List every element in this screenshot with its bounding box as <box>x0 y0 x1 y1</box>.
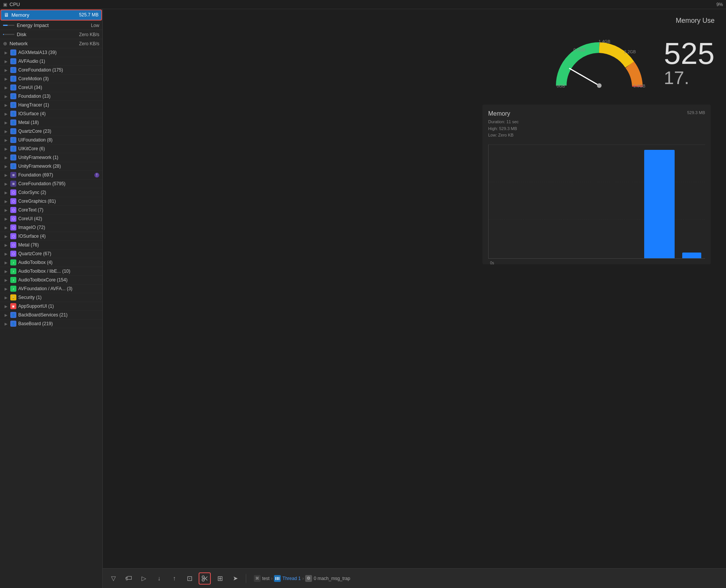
expand-icon[interactable]: ▶ <box>5 77 8 81</box>
expand-icon[interactable]: ▶ <box>5 103 8 107</box>
list-item[interactable]: ▶ ♪ AudioToolboxCore (154) <box>0 276 102 284</box>
expand-icon[interactable]: ▶ <box>5 208 8 212</box>
expand-icon[interactable]: ▶ <box>5 191 8 195</box>
network-value: Zero KB/s <box>79 41 99 46</box>
expand-icon[interactable]: ▶ <box>5 112 8 116</box>
list-item[interactable]: ▶ ♪ AVFoundation / AVFA... (3) <box>0 284 102 293</box>
expand-icon[interactable]: ▶ <box>5 217 8 221</box>
list-item[interactable]: ▶ ⬡ CoreText (7) <box>0 206 102 215</box>
cpu-icon: ▣ <box>3 2 7 7</box>
scissors-button[interactable] <box>199 572 211 585</box>
expand-icon[interactable]: ▶ <box>5 164 8 168</box>
sidebar-item-network[interactable]: ⊕ Network Zero KB/s <box>0 39 102 48</box>
sidebar-item-disk[interactable]: Disk Zero KB/s <box>0 30 102 39</box>
expand-icon[interactable]: ▶ <box>5 199 8 203</box>
grid-button[interactable]: ⊞ <box>214 572 226 585</box>
sidebar-item-energy[interactable]: Energy Impact Low <box>0 21 102 30</box>
expand-icon[interactable]: ▶ <box>5 322 8 326</box>
list-item[interactable]: ▶ 👤 CoreMotion (3) <box>0 75 102 83</box>
chart-bar-main <box>644 150 675 258</box>
list-item[interactable]: ▶ 👤 AGXMetalA13 (39) <box>0 48 102 57</box>
list-item[interactable]: ▶ ⬡ ColorSync (2) <box>0 188 102 197</box>
list-item[interactable]: ▶ 👤 QuartzCore (23) <box>0 127 102 136</box>
list-item[interactable]: ▶ ♪ AudioToolbox / libE... (10) <box>0 267 102 276</box>
list-item[interactable]: ▶ 👤 IOSurface (4) <box>0 110 102 118</box>
chart-title: Memory <box>488 110 519 117</box>
process-icon: ⊞ <box>10 181 16 187</box>
scissors-icon <box>201 575 209 582</box>
send-button[interactable]: ➤ <box>229 572 241 585</box>
list-item[interactable]: ▶ 👤 BackBoardServices (21) <box>0 311 102 319</box>
expand-icon[interactable]: ▶ <box>5 234 8 238</box>
filter-button[interactable]: ▽ <box>107 572 119 585</box>
list-item[interactable]: ▶ ▣ AppSupportUI (1) <box>0 302 102 311</box>
process-icon: ⬡ <box>10 251 16 257</box>
list-item[interactable]: ▶ ⬡ ImageIO (72) <box>0 223 102 232</box>
breadcrumb-app: test <box>262 576 269 581</box>
down-arrow-button[interactable]: ↓ <box>153 572 165 585</box>
chart-bar-small <box>682 253 701 258</box>
process-icon: 👤 <box>10 312 16 318</box>
expand-icon[interactable]: ▶ <box>5 278 8 282</box>
process-icon: ♪ <box>10 268 16 274</box>
list-item[interactable]: ▶ ⊞ CoreFoundation (5795) <box>0 180 102 188</box>
svg-point-6 <box>597 83 602 88</box>
list-item[interactable]: ▶ 👤 UnityFramework (1) <box>0 153 102 162</box>
list-item[interactable]: ▶ 👤 HangTracer (1) <box>0 101 102 110</box>
list-item[interactable]: ▶ 👤 UIKitCore (6) <box>0 145 102 153</box>
disk-value: Zero KB/s <box>79 32 99 37</box>
expand-icon[interactable]: ▶ <box>5 51 8 55</box>
chart-duration: Duration: 11 sec <box>488 119 519 126</box>
process-icon: 👤 <box>10 93 16 99</box>
expand-icon[interactable]: ▶ <box>5 269 8 273</box>
list-item[interactable]: ▶ 👤 CoreFoundation (175) <box>0 66 102 75</box>
expand-icon[interactable]: ▶ <box>5 94 8 99</box>
expand-icon[interactable]: ▶ <box>5 261 8 265</box>
breadcrumb: ⌘ test › Thread 1 › ⚙ 0 <box>254 575 350 582</box>
list-item[interactable]: ▶ ⬡ CoreUI (42) <box>0 215 102 223</box>
expand-icon[interactable]: ▶ <box>5 313 8 317</box>
up-arrow-button[interactable]: ↑ <box>168 572 180 585</box>
list-item[interactable]: ▶ 👤 UIFoundation (8) <box>0 136 102 145</box>
expand-icon[interactable]: ▶ <box>5 287 8 291</box>
list-item[interactable]: ▶ ⬡ CoreGraphics (81) <box>0 197 102 206</box>
expand-icon[interactable]: ▶ <box>5 86 8 90</box>
list-item[interactable]: ▶ ♪ AudioToolbox (4) <box>0 258 102 267</box>
expand-icon[interactable]: ▶ <box>5 68 8 72</box>
svg-text:2.9GB: 2.9GB <box>634 84 645 88</box>
svg-text:0.7GB: 0.7GB <box>573 48 585 52</box>
list-item[interactable]: ▶ ⊞ Foundation (697) ! <box>0 171 102 180</box>
tag-button[interactable]: 🏷 <box>123 572 135 585</box>
expand-icon[interactable]: ▶ <box>5 147 8 151</box>
expand-icon[interactable]: ▶ <box>5 304 8 308</box>
list-item[interactable]: ▶ 👤 Metal (18) <box>0 118 102 127</box>
expand-icon[interactable]: ▶ <box>5 129 8 133</box>
list-item[interactable]: ▶ ⬡ IOSurface (4) <box>0 232 102 241</box>
list-item[interactable]: ▶ ⬡ Metal (76) <box>0 241 102 250</box>
expand-icon[interactable]: ▶ <box>5 243 8 247</box>
sidebar-item-memory[interactable]: 🖥 Memory 525.7 MB <box>1 10 102 20</box>
list-item[interactable]: ▶ 👤 Foundation (13) <box>0 92 102 101</box>
expand-icon[interactable]: ▶ <box>5 173 8 177</box>
list-item[interactable]: ▶ 👤 AVFAudio (1) <box>0 57 102 66</box>
expand-icon[interactable]: ▶ <box>5 156 8 160</box>
list-item[interactable]: ▶ 🔒 Security (1) <box>0 293 102 302</box>
disk-label: Disk <box>17 32 26 37</box>
chart-x-label: 0s <box>490 261 494 265</box>
play-button[interactable]: ▷ <box>138 572 150 585</box>
expand-icon[interactable]: ▶ <box>5 296 8 300</box>
energy-value: Low <box>91 23 99 28</box>
expand-icon[interactable]: ▶ <box>5 59 8 64</box>
list-item[interactable]: ▶ 👤 CoreUI (34) <box>0 83 102 92</box>
split-button[interactable]: ⊡ <box>183 572 196 585</box>
expand-icon[interactable]: ▶ <box>5 182 8 186</box>
list-item[interactable]: ▶ 👤 UnityFramework (28) <box>0 162 102 171</box>
expand-icon[interactable]: ▶ <box>5 252 8 256</box>
list-item[interactable]: ▶ 👤 BaseBoard (219) <box>0 319 102 328</box>
process-icon: ⬡ <box>10 242 16 248</box>
expand-icon[interactable]: ▶ <box>5 121 8 125</box>
memory-label: Memory <box>11 12 77 18</box>
expand-icon[interactable]: ▶ <box>5 226 8 230</box>
list-item[interactable]: ▶ ⬡ QuartzCore (67) <box>0 250 102 258</box>
expand-icon[interactable]: ▶ <box>5 138 8 142</box>
